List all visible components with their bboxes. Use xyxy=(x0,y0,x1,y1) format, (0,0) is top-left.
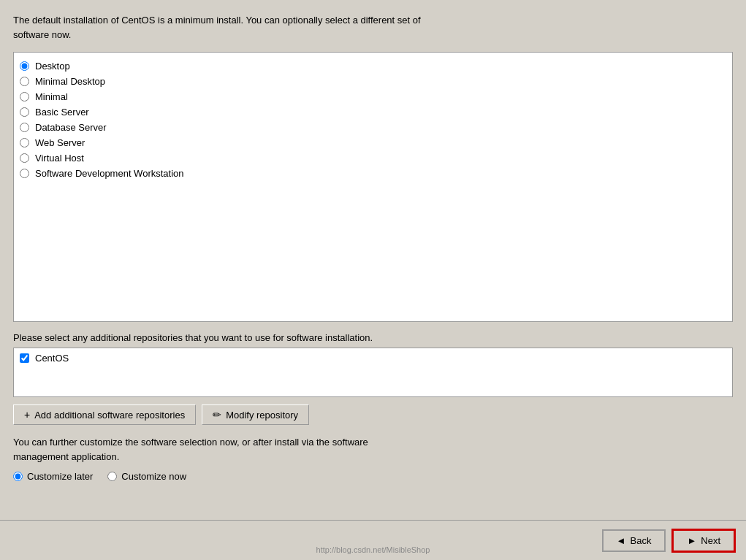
customize-row: Customize laterCustomize now xyxy=(13,471,733,482)
radio-item-minimal[interactable]: Minimal xyxy=(20,89,726,104)
next-label: Next xyxy=(701,535,720,546)
customize-option-customize-now[interactable]: Customize now xyxy=(107,471,186,482)
modify-icon: ✏ xyxy=(213,409,221,421)
radio-basic-server[interactable] xyxy=(20,107,29,117)
customize-label-customize-later: Customize later xyxy=(27,471,93,482)
intro-text: The default installation of CentOS is a … xyxy=(13,13,422,42)
radio-label-minimal-desktop: Minimal Desktop xyxy=(35,76,105,87)
radio-label-desktop: Desktop xyxy=(35,61,70,72)
repositories-box: CentOS xyxy=(13,348,733,397)
main-content: The default installation of CentOS is a … xyxy=(0,0,746,482)
radio-software-development-workstation[interactable] xyxy=(20,169,29,178)
customize-text: You can further customize the software s… xyxy=(13,435,422,464)
modify-repository-label: Modify repository xyxy=(226,410,298,421)
radio-database-server[interactable] xyxy=(20,123,29,132)
checkbox-centos[interactable] xyxy=(20,353,29,363)
back-icon: ◄ xyxy=(617,535,626,546)
next-button[interactable]: ► Next xyxy=(671,529,736,553)
radio-item-basic-server[interactable]: Basic Server xyxy=(20,104,726,120)
customize-label-customize-now: Customize now xyxy=(121,471,186,482)
radio-label-virtual-host: Virtual Host xyxy=(35,153,84,164)
radio-desktop[interactable] xyxy=(20,61,29,71)
modify-repository-button[interactable]: ✏ Modify repository xyxy=(202,404,309,425)
radio-item-database-server[interactable]: Database Server xyxy=(20,120,726,135)
back-button[interactable]: ◄ Back xyxy=(602,529,666,552)
next-icon: ► xyxy=(687,535,696,546)
radio-minimal[interactable] xyxy=(20,92,29,101)
radio-virtual-host[interactable] xyxy=(20,153,29,163)
bottom-bar: ◄ Back ► Next xyxy=(0,520,746,560)
repositories-label: Please select any additional repositorie… xyxy=(13,332,733,343)
radio-label-web-server: Web Server xyxy=(35,137,85,148)
radio-web-server[interactable] xyxy=(20,138,29,147)
add-icon: + xyxy=(24,409,30,421)
checkbox-item-centos[interactable]: CentOS xyxy=(20,353,726,364)
button-row: + Add additional software repositories ✏… xyxy=(13,404,733,425)
radio-label-basic-server: Basic Server xyxy=(35,107,89,118)
back-label: Back xyxy=(630,535,651,546)
checkbox-label-centos: CentOS xyxy=(35,353,69,364)
radio-item-virtual-host[interactable]: Virtual Host xyxy=(20,150,726,166)
radio-item-minimal-desktop[interactable]: Minimal Desktop xyxy=(20,74,726,89)
customize-option-customize-later[interactable]: Customize later xyxy=(13,471,93,482)
radio-item-software-development-workstation[interactable]: Software Development Workstation xyxy=(20,166,726,181)
add-repositories-label: Add additional software repositories xyxy=(34,410,185,421)
radio-label-software-development-workstation: Software Development Workstation xyxy=(35,168,184,179)
radio-customize-now[interactable] xyxy=(107,472,117,481)
radio-minimal-desktop[interactable] xyxy=(20,77,29,86)
radio-label-database-server: Database Server xyxy=(35,122,107,133)
radio-item-web-server[interactable]: Web Server xyxy=(20,135,726,150)
add-repositories-button[interactable]: + Add additional software repositories xyxy=(13,404,196,425)
software-list-box: DesktopMinimal DesktopMinimalBasic Serve… xyxy=(13,52,733,322)
radio-label-minimal: Minimal xyxy=(35,91,68,102)
radio-customize-later[interactable] xyxy=(13,472,23,481)
radio-item-desktop[interactable]: Desktop xyxy=(20,58,726,74)
